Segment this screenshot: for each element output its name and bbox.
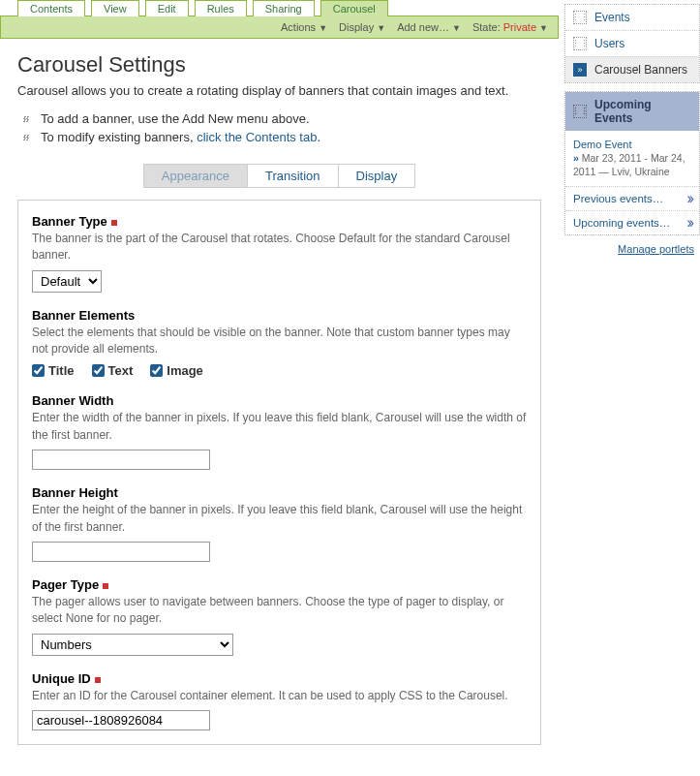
add-new-menu[interactable]: Add new… ▼ [393, 19, 465, 35]
grid-icon: ⋮⋮ [573, 105, 587, 118]
required-icon [103, 583, 108, 589]
display-menu[interactable]: Display ▼ [335, 19, 389, 35]
required-icon [111, 220, 117, 226]
field-pager-type: Pager Type The pager allows user to navi… [32, 577, 527, 656]
checkbox-title[interactable]: Title [32, 363, 75, 378]
pager-type-select[interactable]: Numbers [32, 634, 233, 656]
sidebar-item-carousel-banners[interactable]: »Carousel Banners [565, 56, 699, 82]
instruction-item: To add a banner, use the Add New menu ab… [23, 111, 541, 126]
grid-icon: ⋮⋮ [573, 37, 587, 50]
actions-menu[interactable]: Actions ▼ [277, 19, 331, 35]
tab-rules[interactable]: Rules [195, 0, 247, 16]
manage-portlets-link[interactable]: Manage portlets [618, 243, 694, 255]
field-banner-type: Banner Type The banner is the part of th… [32, 214, 527, 293]
dropdown-arrow-icon: ▼ [452, 23, 461, 33]
page-title: Carousel Settings [17, 52, 541, 78]
portlet-header: ⋮⋮ Upcoming Events [565, 92, 699, 131]
dropdown-arrow-icon: ▼ [319, 23, 327, 33]
checkbox-image[interactable]: Image [150, 363, 203, 378]
settings-tab-display[interactable]: Display [339, 165, 415, 187]
sidebar-item-events[interactable]: ⋮⋮Events [565, 5, 699, 30]
double-chevron-icon: ›› [686, 194, 691, 203]
settings-tab-appearance[interactable]: Appearance [144, 165, 248, 187]
portlet-link[interactable]: Upcoming events…›› [565, 210, 699, 234]
sidebar-nav: ⋮⋮Events⋮⋮Users»Carousel Banners [564, 4, 700, 83]
sidebar-item-users[interactable]: ⋮⋮Users [565, 30, 699, 56]
dropdown-arrow-icon: ▼ [377, 23, 385, 33]
banner-type-select[interactable]: Default [32, 270, 102, 293]
tab-contents[interactable]: Contents [17, 0, 85, 16]
state-menu[interactable]: State: Private ▼ [469, 19, 552, 35]
portlet-link[interactable]: Previous events…›› [565, 186, 699, 210]
tab-view[interactable]: View [91, 0, 139, 16]
instruction-item: To modify existing banners, click the Co… [23, 130, 541, 144]
required-icon [95, 677, 101, 683]
event-meta: » Mar 23, 2011 - Mar 24, 2011 — Lviv, Uk… [573, 152, 691, 178]
banner-height-input[interactable] [32, 542, 210, 562]
action-bar: Actions ▼ Display ▼ Add new… ▼ State: Pr… [0, 16, 559, 39]
manage-portlets: Manage portlets [564, 235, 700, 255]
settings-tab-transition[interactable]: Transition [248, 165, 339, 187]
tab-edit[interactable]: Edit [145, 0, 189, 16]
content-tabs: ContentsViewEditRulesSharingCarousel [0, 0, 559, 16]
event-link[interactable]: Demo Event [573, 139, 691, 150]
checkbox-input-image[interactable] [150, 364, 163, 377]
upcoming-events-portlet: ⋮⋮ Upcoming Events Demo Event » Mar 23, … [564, 91, 700, 235]
checkbox-input-text[interactable] [92, 364, 105, 377]
instruction-list: To add a banner, use the Add New menu ab… [23, 111, 541, 144]
contents-tab-link[interactable]: click the Contents tab [197, 130, 317, 144]
dropdown-arrow-icon: ▼ [539, 23, 548, 33]
appearance-fieldset: Banner Type The banner is the part of th… [17, 200, 541, 745]
field-banner-height: Banner Height Enter the height of the ba… [32, 485, 527, 562]
banner-width-input[interactable] [32, 450, 210, 470]
double-chevron-icon: ›› [686, 218, 691, 228]
field-banner-elements: Banner Elements Select the elements that… [32, 308, 527, 379]
arrow-right-icon: » [573, 63, 587, 77]
field-banner-width: Banner Width Enter the width of the bann… [32, 393, 527, 470]
checkbox-input-title[interactable] [32, 364, 45, 377]
page-intro: Carousel allows you to create a rotating… [17, 83, 541, 100]
tab-carousel[interactable]: Carousel [320, 0, 388, 16]
field-unique-id: Unique ID Enter an ID for the Carousel c… [32, 671, 527, 730]
grid-icon: ⋮⋮ [573, 11, 587, 24]
unique-id-input[interactable] [32, 710, 210, 730]
checkbox-text[interactable]: Text [92, 363, 134, 378]
tab-sharing[interactable]: Sharing [253, 0, 315, 16]
settings-tabs: AppearanceTransitionDisplay [17, 164, 541, 188]
